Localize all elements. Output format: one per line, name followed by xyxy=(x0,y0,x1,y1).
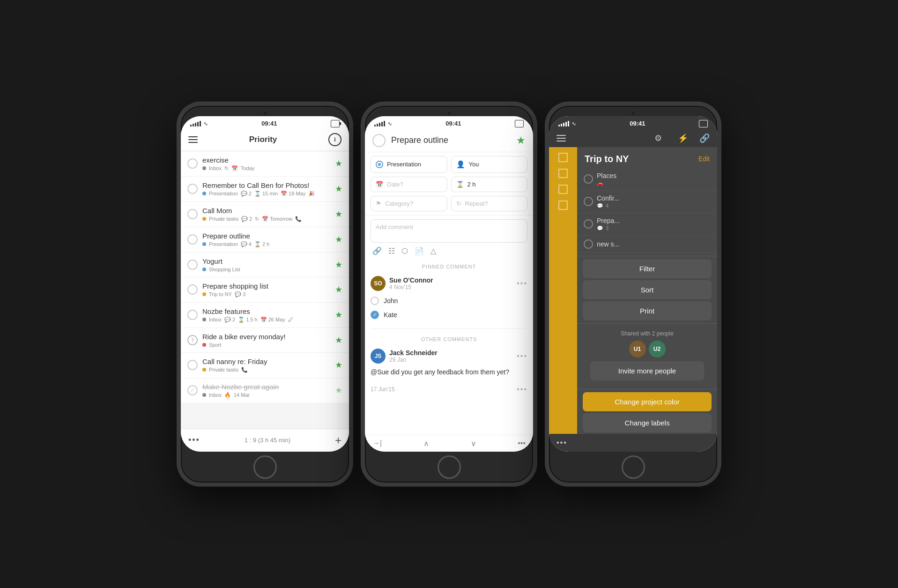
task-circle-7[interactable] xyxy=(187,310,198,320)
arrow-up-icon[interactable]: ∧ xyxy=(423,439,429,448)
home-button-2[interactable] xyxy=(438,455,461,479)
meta-dot-6 xyxy=(202,292,206,296)
project-task-4[interactable]: new s... xyxy=(577,236,717,253)
task-item-9[interactable]: Call nanny re: Friday Private tasks 📞 ★ xyxy=(181,353,349,378)
task-item-5[interactable]: Yogurt Shopping List ★ xyxy=(181,253,349,277)
project-footer: ••• xyxy=(549,434,717,452)
link-icon-3[interactable]: 🔗 xyxy=(699,133,710,143)
pinned-comment-menu[interactable]: ••• xyxy=(517,279,527,288)
dropbox-tool-icon[interactable]: ⬡ xyxy=(401,246,408,255)
change-labels-button[interactable]: Change labels xyxy=(583,413,712,432)
task-circle-3[interactable] xyxy=(187,209,198,219)
home-button-1[interactable] xyxy=(253,455,277,479)
pt-name-1: Places xyxy=(597,172,616,179)
home-button-3[interactable] xyxy=(622,455,645,479)
sort-button[interactable]: Sort xyxy=(583,280,712,299)
task-circle-5[interactable] xyxy=(187,260,198,270)
category-field[interactable]: ⚑ Category? xyxy=(371,196,447,211)
change-project-color-button[interactable]: Change project color xyxy=(583,392,712,411)
print-button[interactable]: Print xyxy=(583,301,712,320)
menu-icon-3[interactable] xyxy=(557,135,566,141)
repeat-field[interactable]: ↻ Repeat? xyxy=(451,196,528,211)
john-check[interactable] xyxy=(371,297,379,305)
task-complete-circle[interactable] xyxy=(372,134,386,147)
pt-comment-icon-2: 💬 xyxy=(597,203,603,209)
task-item-8[interactable]: ? Ride a bike every monday! Sport ★ xyxy=(181,328,349,353)
gdrive-tool-icon[interactable]: △ xyxy=(430,246,436,255)
project-field[interactable]: Presentation xyxy=(371,156,447,173)
task-meta-9: Private tasks 📞 xyxy=(202,367,330,373)
star-9[interactable]: ★ xyxy=(335,360,342,370)
menu-button[interactable] xyxy=(188,136,198,143)
star-3[interactable]: ★ xyxy=(335,209,342,219)
comment-input-area[interactable]: Add comment xyxy=(371,219,527,243)
task-meta-6: Trip to NY 💬 3 xyxy=(202,291,330,298)
task-content-3: Call Mom Private tasks 💬 2 ↻ 📅 Tomorrow … xyxy=(202,207,330,222)
timestamp-menu[interactable]: ••• xyxy=(517,385,527,394)
task-title-1: exercise xyxy=(202,156,330,164)
meta-comment-3: 💬 2 xyxy=(241,216,252,222)
task-item-3[interactable]: Call Mom Private tasks 💬 2 ↻ 📅 Tomorrow … xyxy=(181,202,349,227)
star-4[interactable]: ★ xyxy=(335,234,342,245)
person-icon: 👤 xyxy=(456,160,465,169)
task-circle-6[interactable] xyxy=(187,284,198,295)
project-footer-dots[interactable]: ••• xyxy=(557,439,567,447)
task-item-10[interactable]: Make Nozbe great again Inbox 🔥 14 Mar ★ xyxy=(181,378,349,403)
project-task-1[interactable]: Places 🚗 xyxy=(577,168,717,191)
other-comment-menu[interactable]: ••• xyxy=(517,352,527,360)
task-item-7[interactable]: Nozbe features Inbox 💬 2 ⌛ 1.5 h 📅 26 Ma… xyxy=(181,303,349,328)
pt-circle-1[interactable] xyxy=(584,174,593,184)
link-tool-icon[interactable]: 🔗 xyxy=(372,246,382,255)
settings-icon[interactable]: ⚙ xyxy=(654,133,662,143)
repeat-placeholder: Repeat? xyxy=(465,200,488,207)
star-1[interactable]: ★ xyxy=(335,158,342,169)
pt-circle-3[interactable] xyxy=(584,219,593,229)
star-10[interactable]: ★ xyxy=(335,385,342,395)
task-item-6[interactable]: Prepare shopping list Trip to NY 💬 3 ★ xyxy=(181,277,349,303)
pt-circle-4[interactable] xyxy=(584,239,593,249)
star-8[interactable]: ★ xyxy=(335,335,342,345)
time-field[interactable]: ⌛ 2 h xyxy=(451,177,528,192)
task-circle-10[interactable] xyxy=(187,385,198,395)
strip-circle-3 xyxy=(558,185,568,194)
task-circle-4[interactable] xyxy=(187,234,198,245)
filter-button[interactable]: Filter xyxy=(583,259,712,278)
task-title-10: Make Nozbe great again xyxy=(202,383,330,391)
footer-dots-1[interactable]: ••• xyxy=(188,435,200,445)
invite-people-button[interactable]: Invite more people xyxy=(590,361,704,380)
task-item-4[interactable]: Prepare outline Presentation 💬 4 ⌛ 2 h ★ xyxy=(181,227,349,253)
arrow-down-icon[interactable]: ∨ xyxy=(471,439,476,448)
evernote-tool-icon[interactable]: 📄 xyxy=(415,246,424,255)
detail-footer-dots[interactable]: ••• xyxy=(518,439,526,447)
project-color-strip xyxy=(549,147,577,434)
star-7[interactable]: ★ xyxy=(335,310,342,320)
pt-circle-2[interactable] xyxy=(584,197,593,206)
add-task-button[interactable]: + xyxy=(335,434,341,447)
detail-star[interactable]: ★ xyxy=(516,134,526,147)
meta-comment-7: 💬 2 xyxy=(224,317,235,323)
meta-today-1: Today xyxy=(241,165,254,171)
date-field[interactable]: 📅 Date? xyxy=(371,177,447,192)
task-item-2[interactable]: Remember to Call Ben for Photos! Present… xyxy=(181,177,349,202)
task-circle-9[interactable] xyxy=(187,360,198,370)
star-5[interactable]: ★ xyxy=(335,260,342,270)
star-6[interactable]: ★ xyxy=(335,284,342,295)
s5 xyxy=(384,121,385,127)
star-2[interactable]: ★ xyxy=(335,184,342,194)
project-edit-button[interactable]: Edit xyxy=(698,155,710,163)
task-circle-1[interactable] xyxy=(187,158,198,169)
task-circle-2[interactable] xyxy=(187,184,198,194)
task-title-9: Call nanny re: Friday xyxy=(202,357,330,365)
detail-footer: →| ∧ ∨ ••• xyxy=(365,435,533,452)
task-circle-8[interactable]: ? xyxy=(187,335,198,345)
info-button[interactable]: i xyxy=(328,133,341,146)
lightning-icon[interactable]: ⚡ xyxy=(678,133,688,143)
pt-content-2: Confir... 💬 4 xyxy=(597,194,619,209)
project-task-2[interactable]: Confir... 💬 4 xyxy=(577,191,717,213)
task-item-1[interactable]: exercise Inbox ↻ 📅 Today ★ xyxy=(181,151,349,177)
assignee-field[interactable]: 👤 You xyxy=(451,156,528,173)
kate-check[interactable] xyxy=(371,311,379,319)
project-task-3[interactable]: Prepa... 💬 3 xyxy=(577,213,717,236)
arrow-right-icon[interactable]: →| xyxy=(372,439,382,447)
list-tool-icon[interactable]: ☷ xyxy=(388,246,395,255)
